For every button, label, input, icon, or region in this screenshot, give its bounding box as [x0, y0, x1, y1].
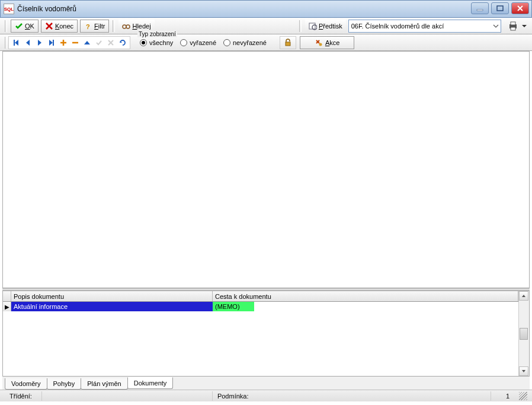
radio-nevyrazene[interactable]: nevyřazené	[223, 39, 267, 46]
status-trideni: Třídění:	[5, 391, 37, 401]
report-dropdown[interactable]: 06F. Číselník vodoměrů dle akcí	[348, 20, 501, 33]
check-icon	[15, 22, 23, 30]
konec-button[interactable]: Konec	[41, 20, 78, 33]
svg-rect-8	[511, 22, 515, 25]
nav-group	[8, 36, 130, 49]
group-label: Typ zobrazení	[137, 31, 177, 37]
main-content-area	[2, 51, 530, 288]
x-icon	[45, 22, 53, 30]
status-podminka: Podmínka:	[212, 391, 254, 401]
app-icon: SQL	[4, 4, 14, 14]
svg-point-13	[319, 43, 322, 46]
minimize-button[interactable]	[471, 2, 489, 14]
separator	[5, 37, 7, 49]
vertical-scrollbar[interactable]	[518, 291, 529, 376]
separator	[299, 20, 302, 32]
svg-point-3	[123, 25, 126, 28]
row-marker-header[interactable]	[3, 291, 11, 301]
up-button[interactable]	[81, 37, 93, 48]
add-button[interactable]	[57, 37, 69, 48]
window-buttons	[471, 2, 529, 14]
tools-icon	[315, 39, 323, 47]
tab-vodomery[interactable]: Vodoměry	[5, 378, 47, 390]
svg-rect-11	[53, 40, 54, 46]
next-button[interactable]	[34, 37, 46, 48]
separator	[113, 20, 115, 32]
tab-pohyby[interactable]: Pohyby	[47, 378, 82, 390]
nav-toolbar: Typ zobrazení všechny vyřazené nevyřazen…	[0, 34, 532, 51]
scroll-down-button[interactable]	[519, 366, 528, 376]
radio-vsechny[interactable]: všechny	[140, 39, 173, 46]
col-cesta[interactable]: Cesta k dokumentu	[213, 291, 518, 301]
ok-button[interactable]: OK	[11, 20, 39, 33]
remove-button[interactable]	[69, 37, 81, 48]
bottom-tabs: Vodoměry Pohyby Plán výměn Dokumenty	[2, 377, 530, 390]
akce-button[interactable]: Akce	[300, 36, 354, 49]
filtr-button[interactable]: ? Filtr	[80, 20, 109, 33]
prev-button[interactable]	[22, 37, 34, 48]
binoculars-icon	[122, 22, 130, 30]
last-button[interactable]	[46, 37, 57, 48]
first-button[interactable]	[10, 37, 22, 48]
grid-row[interactable]: ▶ Aktuální informace (MEMO)	[3, 302, 518, 311]
preview-icon	[309, 22, 317, 30]
status-page: 1	[491, 391, 514, 401]
row-marker-icon: ▶	[3, 302, 11, 311]
lock-button[interactable]	[280, 36, 296, 49]
documents-grid: Popis dokumentu Cesta k dokumentu ▶ Aktu…	[2, 291, 530, 377]
scroll-thumb[interactable]	[520, 328, 528, 340]
svg-rect-10	[14, 40, 15, 46]
svg-text:?: ?	[86, 23, 90, 30]
svg-rect-12	[286, 42, 290, 46]
radio-vyrazene[interactable]: vyřazené	[180, 39, 216, 46]
main-toolbar: OK Konec ? Filtr Hledej Předtisk 06F. Čí…	[0, 18, 532, 34]
window-title: Číselník vodoměrů	[17, 5, 76, 13]
cancel-edit-button[interactable]	[105, 37, 117, 48]
svg-rect-0	[477, 9, 483, 11]
col-popis[interactable]: Popis dokumentu	[11, 291, 213, 301]
resize-grip[interactable]	[519, 392, 527, 400]
chevron-down-icon	[493, 23, 499, 29]
refresh-button[interactable]	[117, 37, 129, 48]
cell-popis[interactable]: Aktuální informace	[11, 302, 213, 311]
cell-cesta[interactable]: (MEMO)	[213, 302, 254, 311]
svg-point-4	[126, 25, 130, 28]
print-button[interactable]	[507, 21, 519, 31]
dropdown-value: 06F. Číselník vodoměrů dle akcí	[351, 23, 444, 30]
predtisk-button[interactable]: Předtisk	[305, 20, 346, 33]
question-icon: ?	[84, 22, 92, 30]
confirm-button[interactable]	[93, 37, 105, 48]
tab-plan-vymen[interactable]: Plán výměn	[81, 378, 127, 390]
grid-header: Popis dokumentu Cesta k dokumentu	[3, 291, 518, 302]
svg-rect-9	[511, 27, 515, 30]
status-bar: Třídění: Podmínka: 1	[0, 390, 532, 401]
scroll-up-button[interactable]	[519, 291, 528, 301]
dropdown-arrow-button[interactable]	[521, 23, 528, 29]
svg-rect-1	[497, 6, 503, 11]
display-type-group: Typ zobrazení všechny vyřazené nevyřazen…	[135, 36, 271, 50]
separator	[5, 20, 7, 32]
tab-dokumenty[interactable]: Dokumenty	[127, 377, 174, 389]
maximize-button[interactable]	[491, 2, 509, 14]
close-button[interactable]	[511, 2, 529, 14]
title-bar: SQL Číselník vodoměrů	[0, 0, 532, 18]
